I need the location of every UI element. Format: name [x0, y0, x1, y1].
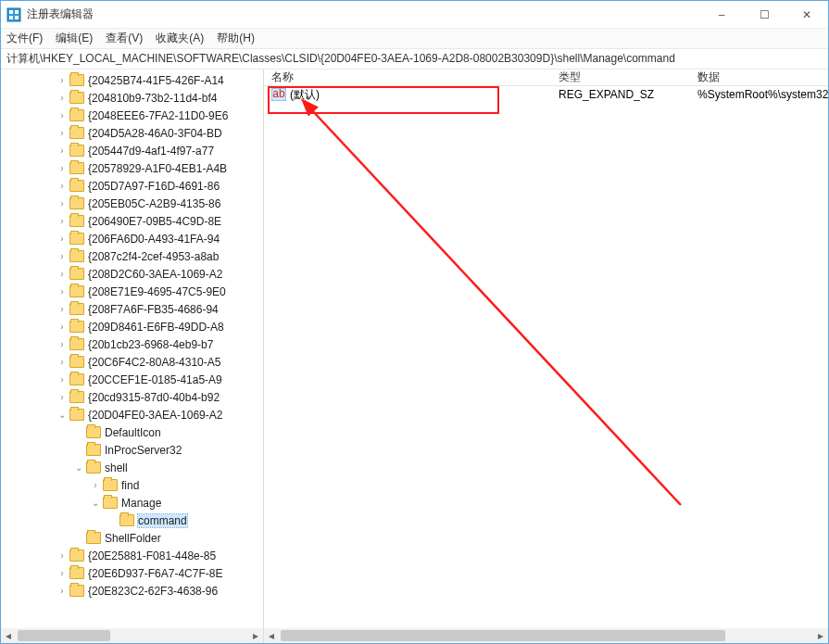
chevron-right-icon[interactable]: ›	[57, 251, 68, 262]
minimize-button[interactable]: –	[700, 1, 743, 28]
tree-item[interactable]: ›{204D5A28-46A0-3F04-BD	[1, 124, 263, 142]
values-header: 名称 类型 数据	[264, 69, 828, 86]
tree-item[interactable]: ⌄shell	[1, 459, 263, 476]
column-header-name[interactable]: 名称	[264, 69, 551, 85]
tree-item[interactable]: ›{209D8461-E6FB-49DD-A8	[1, 318, 263, 335]
chevron-right-icon[interactable]: ›	[57, 286, 68, 297]
chevron-right-icon[interactable]: ›	[57, 392, 68, 403]
tree-item[interactable]: ›{20cd9315-87d0-40b4-b92	[1, 388, 263, 406]
tree-item[interactable]: ›{20578929-A1F0-4EB1-A4B	[1, 159, 263, 177]
tree-item-label: {20CCEF1E-0185-41a5-A9	[88, 373, 222, 386]
tree-item[interactable]: ›{20E6D937-F6A7-4C7F-8E	[1, 564, 263, 582]
tree-item[interactable]: ›{208D2C60-3AEA-1069-A2	[1, 265, 263, 283]
folder-icon	[69, 567, 84, 579]
chevron-right-icon[interactable]: ›	[57, 163, 68, 174]
chevron-right-icon[interactable]: ›	[57, 181, 68, 192]
folder-icon	[69, 215, 84, 227]
tree-item-label: ShellFolder	[105, 532, 161, 545]
menu-file[interactable]: 文件(F)	[6, 31, 43, 46]
tree-item[interactable]: ›{20CCEF1E-0185-41a5-A9	[1, 371, 263, 388]
tree-item[interactable]: ›{204810b9-73b2-11d4-bf4	[1, 89, 263, 107]
chevron-right-icon[interactable]: ›	[57, 550, 68, 562]
tree-item[interactable]: ›{20E823C2-62F3-4638-96	[1, 582, 263, 600]
chevron-down-icon[interactable]: ⌄	[73, 462, 84, 474]
chevron-right-icon[interactable]: ›	[57, 568, 68, 579]
folder-icon	[69, 250, 84, 262]
tree-item[interactable]: ›{205447d9-4af1-4f97-a77	[1, 142, 263, 159]
menu-edit[interactable]: 编辑(E)	[56, 31, 93, 46]
svg-rect-4	[15, 16, 19, 19]
tree-item[interactable]: ›{20425B74-41F5-426F-A14	[1, 71, 263, 89]
chevron-right-icon[interactable]: ›	[57, 374, 68, 385]
scroll-track[interactable]	[16, 628, 248, 643]
tree-item-label: {20D04FE0-3AEA-1069-A2	[88, 409, 222, 422]
column-header-data[interactable]: 数据	[690, 69, 828, 85]
scroll-right-arrow-icon[interactable]: ▸	[813, 628, 828, 643]
scroll-left-arrow-icon[interactable]: ◂	[1, 628, 16, 643]
tree-item[interactable]: ›{2048EEE6-7FA2-11D0-9E6	[1, 107, 263, 124]
tree-item[interactable]: command	[1, 511, 263, 529]
chevron-right-icon[interactable]: ›	[57, 198, 68, 209]
chevron-right-icon[interactable]: ›	[57, 269, 68, 280]
chevron-right-icon[interactable]: ›	[57, 339, 68, 350]
chevron-right-icon[interactable]: ›	[90, 480, 101, 491]
tree-item[interactable]: ›{20C6F4C2-80A8-4310-A5	[1, 353, 263, 371]
chevron-right-icon[interactable]: ›	[57, 586, 68, 597]
tree-item[interactable]: DefaultIcon	[1, 423, 263, 441]
tree-item-label: DefaultIcon	[105, 426, 161, 439]
tree-horizontal-scrollbar[interactable]: ◂ ▸	[1, 628, 263, 643]
tree-item[interactable]: ›{20E25881-F081-448e-85	[1, 547, 263, 564]
chevron-right-icon[interactable]: ›	[57, 357, 68, 368]
tree-item-label: {20E6D937-F6A7-4C7F-8E	[88, 567, 222, 580]
tree-item[interactable]: ›{208E71E9-4695-47C5-9E0	[1, 283, 263, 300]
tree-item[interactable]: ›{205D7A97-F16D-4691-86	[1, 177, 263, 195]
chevron-down-icon[interactable]: ⌄	[57, 410, 68, 421]
chevron-right-icon[interactable]: ›	[57, 304, 68, 315]
scroll-right-arrow-icon[interactable]: ▸	[248, 628, 263, 643]
menu-view[interactable]: 查看(V)	[106, 31, 143, 46]
tree-item[interactable]: ›{206FA6D0-A493-41FA-94	[1, 230, 263, 247]
menu-favorites[interactable]: 收藏夹(A)	[156, 31, 204, 46]
scroll-thumb[interactable]	[18, 630, 110, 641]
tree-scroll-area[interactable]: ›{20425B74-41F5-426F-A14›{204810b9-73b2-…	[1, 69, 263, 628]
tree-item[interactable]: ⌄Manage	[1, 494, 263, 511]
close-button[interactable]: ✕	[785, 1, 828, 28]
scroll-thumb[interactable]	[281, 630, 725, 641]
chevron-right-icon[interactable]: ›	[57, 216, 68, 227]
tree-item[interactable]: InProcServer32	[1, 441, 263, 459]
tree-item-label: {20E823C2-62F3-4638-96	[88, 585, 218, 598]
chevron-right-icon[interactable]: ›	[57, 75, 68, 86]
values-horizontal-scrollbar[interactable]: ◂ ▸	[264, 628, 828, 643]
address-bar[interactable]: 计算机\HKEY_LOCAL_MACHINE\SOFTWARE\Classes\…	[1, 49, 828, 69]
chevron-right-icon[interactable]: ›	[57, 145, 68, 157]
chevron-right-icon[interactable]: ›	[57, 110, 68, 121]
address-path: 计算机\HKEY_LOCAL_MACHINE\SOFTWARE\Classes\…	[6, 51, 675, 67]
tree-item[interactable]: ›find	[1, 476, 263, 494]
tree-item[interactable]: ›{208F7A6F-FB35-4686-94	[1, 300, 263, 318]
chevron-right-icon[interactable]: ›	[57, 234, 68, 245]
value-row[interactable]: ab(默认)REG_EXPAND_SZ%SystemRoot%\system32…	[264, 86, 828, 103]
folder-icon	[69, 109, 84, 121]
chevron-right-icon[interactable]: ›	[57, 322, 68, 333]
chevron-right-icon[interactable]: ›	[57, 93, 68, 104]
app-icon	[6, 7, 21, 22]
tree-item[interactable]: ›{206490E7-09B5-4C9D-8E	[1, 212, 263, 230]
menu-help[interactable]: 帮助(H)	[217, 31, 255, 46]
scroll-track[interactable]	[279, 628, 813, 643]
tree-item[interactable]: ›{20b1cb23-6968-4eb9-b7	[1, 335, 263, 353]
chevron-down-icon[interactable]: ⌄	[90, 498, 101, 509]
tree-item-label: {208E71E9-4695-47C5-9E0	[88, 285, 226, 298]
scroll-left-arrow-icon[interactable]: ◂	[264, 628, 279, 643]
registry-string-icon: ab	[271, 88, 286, 101]
tree-item[interactable]: ⌄{20D04FE0-3AEA-1069-A2	[1, 406, 263, 423]
tree-item[interactable]: ›{2087c2f4-2cef-4953-a8ab	[1, 247, 263, 265]
window-title: 注册表编辑器	[27, 6, 700, 22]
chevron-right-icon[interactable]: ›	[57, 128, 68, 139]
tree-item[interactable]: ShellFolder	[1, 529, 263, 547]
values-list-body[interactable]: ab(默认)REG_EXPAND_SZ%SystemRoot%\system32…	[264, 86, 828, 103]
maximize-button[interactable]: ☐	[743, 1, 785, 28]
tree-item-label: {204D5A28-46A0-3F04-BD	[88, 127, 222, 140]
value-type-cell: REG_EXPAND_SZ	[551, 88, 690, 101]
tree-item[interactable]: ›{205EB05C-A2B9-4135-86	[1, 195, 263, 212]
column-header-type[interactable]: 类型	[551, 69, 690, 85]
